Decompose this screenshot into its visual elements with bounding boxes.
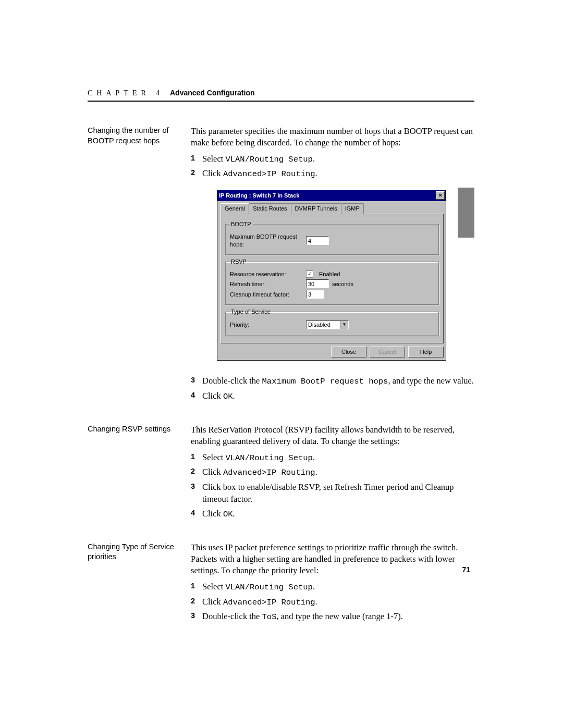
step-number: 3	[191, 375, 202, 387]
rsvp-refresh-label: Refresh timer:	[230, 280, 306, 288]
step-number: 2	[191, 168, 202, 180]
group-rsvp: RSVP Resource reservation: ✓ Enabled	[225, 258, 439, 305]
ip-routing-dialog: IP Routing : Switch 7 in Stack ✕ General…	[217, 190, 446, 361]
rsvp-step3: Click box to enable/disable RSVP, set Re…	[202, 482, 474, 505]
step-number: 1	[191, 153, 202, 165]
rsvp-step2: Click Advanced>IP Routing.	[202, 466, 474, 478]
rsvp-intro: This ReSerVation Protocol (RSVP) facilit…	[191, 424, 474, 448]
rsvp-enabled-text: Enabled	[319, 270, 340, 278]
step-number: 3	[191, 611, 202, 623]
chapter-label: CHAPTER 4	[88, 89, 164, 97]
step-number: 2	[191, 466, 202, 478]
tab-igmp[interactable]: IGMP	[341, 203, 364, 214]
rsvp-refresh-unit: seconds	[332, 280, 353, 288]
step-number: 4	[191, 508, 202, 520]
dialog-title: IP Routing : Switch 7 in Stack	[219, 192, 299, 200]
tos-step1: Select VLAN/Routing Setup.	[202, 581, 474, 593]
page-header: CHAPTER 4 Advanced Configuration	[88, 89, 474, 102]
step-number: 3	[191, 482, 202, 505]
bootp-step1: Select VLAN/Routing Setup.	[202, 153, 474, 165]
bootp-step4: Click OK.	[202, 390, 474, 402]
step-number: 2	[191, 596, 202, 608]
group-tos-legend: Type of Service	[230, 308, 272, 316]
page-number: 71	[462, 565, 470, 574]
cancel-button: Cancel	[370, 347, 405, 357]
chapter-title: Advanced Configuration	[170, 89, 255, 97]
tab-static-routes[interactable]: Static Routes	[249, 203, 291, 214]
bootp-intro: This parameter specifies the maximum num…	[191, 126, 474, 149]
group-bootp-legend: BOOTP	[230, 220, 252, 228]
group-bootp: BOOTP Maximum BOOTP request hops:	[225, 220, 439, 255]
rsvp-step4: Click OK.	[202, 508, 474, 520]
dialog-titlebar[interactable]: IP Routing : Switch 7 in Stack ✕	[217, 190, 446, 201]
close-icon[interactable]: ✕	[436, 191, 445, 200]
side-heading-rsvp: Changing RSVP settings	[88, 424, 191, 523]
section-edge-tab	[458, 188, 474, 238]
bootp-step2: Click Advanced>IP Routing.	[202, 168, 474, 180]
bootp-hops-input[interactable]	[306, 236, 329, 245]
rsvp-reservation-label: Resource reservation:	[230, 270, 306, 278]
tos-priority-dropdown[interactable]: Disabled ▼	[306, 320, 349, 329]
side-heading-tos: Changing Type of Service priorities	[88, 542, 191, 626]
rsvp-refresh-input[interactable]	[306, 279, 329, 288]
chevron-down-icon: ▼	[340, 321, 348, 329]
side-heading-bootp: Changing the number of BOOTP request hop…	[88, 126, 191, 405]
help-button[interactable]: Help	[408, 347, 444, 357]
tos-step2: Click Advanced>IP Routing.	[202, 596, 474, 608]
step-number: 4	[191, 390, 202, 402]
step-number: 1	[191, 452, 202, 464]
rsvp-cleanup-label: Cleanup timeout factor:	[230, 291, 306, 299]
tos-step3: Double-click the ToS, and type the new v…	[202, 611, 474, 623]
group-tos: Type of Service Priority: Disabled ▼	[225, 308, 439, 336]
tos-intro: This uses IP packet preference settings …	[191, 542, 474, 577]
group-rsvp-legend: RSVP	[230, 258, 248, 266]
tos-priority-label: Priority:	[230, 321, 306, 329]
rsvp-step1: Select VLAN/Routing Setup.	[202, 452, 474, 464]
bootp-hops-label: Maximum BOOTP request hops:	[230, 233, 306, 249]
bootp-step3: Double-click the Maximum BootP request h…	[202, 375, 474, 387]
rsvp-enabled-checkbox[interactable]: ✓	[306, 270, 313, 278]
step-number: 1	[191, 581, 202, 593]
rsvp-cleanup-input[interactable]	[306, 290, 324, 299]
tab-general[interactable]: General	[221, 203, 249, 214]
tab-dvmrp-tunnels[interactable]: DVMRP Tunnels	[291, 203, 341, 214]
close-button[interactable]: Close	[331, 347, 366, 357]
